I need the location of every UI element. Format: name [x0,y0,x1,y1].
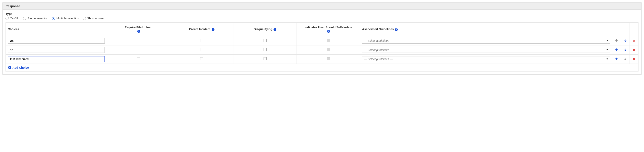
radio-icon [6,17,9,20]
create-incident-checkbox[interactable] [200,39,203,42]
disqualifying-checkbox[interactable] [264,57,266,60]
select-placeholder: --- Select guidelines --- [364,58,393,61]
require-upload-checkbox[interactable] [137,39,140,42]
panel-body: Type Yes/No Single selection Multiple se… [3,10,641,74]
col-move-up [612,22,621,36]
self-isolate-checkbox [327,39,330,42]
require-upload-checkbox[interactable] [137,48,140,51]
radio-icon [23,17,26,20]
table-row: --- Select guidelines --- [6,45,638,54]
panel-header: Response [3,3,641,10]
choice-input[interactable] [8,47,105,53]
add-choice-button[interactable]: +Add Choice [8,66,29,69]
radio-icon [52,17,55,20]
radio-label: Multiple selection [56,17,79,20]
guidelines-select[interactable]: --- Select guidelines --- [362,47,610,53]
chevron-down-icon [606,40,608,41]
add-choice-row: +Add Choice [6,64,638,71]
move-up-button [614,38,619,43]
col-disqualifying: Disqualifying ? [234,22,297,36]
add-choice-label: Add Choice [12,66,29,69]
help-icon[interactable]: ? [274,28,276,31]
col-require-upload: Require File Upload ? [107,22,170,36]
delete-row-button[interactable] [632,57,636,61]
col-self-isolate: Indicates User Should Self-Isolate ? [297,22,360,36]
select-placeholder: --- Select guidelines --- [364,48,393,52]
chevron-down-icon [606,49,608,50]
table-row: --- Select guidelines --- [6,54,638,64]
col-guidelines: Associated Guidelines ? [360,22,612,36]
disqualifying-checkbox[interactable] [264,39,266,42]
radio-icon [83,17,86,20]
radio-yesno[interactable]: Yes/No [6,17,19,20]
move-up-button[interactable] [614,57,619,61]
plus-icon: + [8,66,11,69]
help-icon[interactable]: ? [395,28,398,31]
radio-label: Short answer [87,17,104,20]
delete-row-button[interactable] [632,38,636,43]
delete-row-button[interactable] [632,48,636,52]
self-isolate-checkbox [327,48,330,51]
col-move-down [621,22,630,36]
type-label: Type [6,12,638,16]
radio-label: Single selection [28,17,48,20]
create-incident-checkbox[interactable] [200,57,203,60]
select-placeholder: --- Select guidelines --- [364,39,393,42]
col-choices: Choices [6,22,107,36]
help-icon[interactable]: ? [327,30,330,33]
table-row: --- Select guidelines --- [6,36,638,45]
response-panel: Response Type Yes/No Single selection Mu… [2,2,642,74]
type-radio-group: Yes/No Single selection Multiple selecti… [6,17,638,20]
move-down-button[interactable] [623,48,628,52]
disqualifying-checkbox[interactable] [264,48,266,51]
col-delete [630,22,638,36]
col-create-incident: Create Incident ? [170,22,234,36]
table-header-row: Choices Require File Upload ? Create Inc… [6,22,638,36]
radio-short[interactable]: Short answer [83,17,104,20]
radio-single[interactable]: Single selection [23,17,48,20]
move-down-button[interactable] [623,38,628,43]
help-icon[interactable]: ? [137,30,140,33]
chevron-down-icon [606,58,608,60]
choice-input[interactable] [8,38,105,44]
choices-table: Choices Require File Upload ? Create Inc… [6,22,638,72]
move-down-button [623,57,628,61]
guidelines-select[interactable]: --- Select guidelines --- [362,38,610,44]
create-incident-checkbox[interactable] [200,48,203,51]
move-up-button[interactable] [614,48,619,52]
panel-title: Response [6,4,20,8]
radio-label: Yes/No [10,17,19,20]
radio-multiple[interactable]: Multiple selection [52,17,79,20]
choice-input[interactable] [8,56,105,62]
require-upload-checkbox[interactable] [137,57,140,60]
help-icon[interactable]: ? [212,28,214,31]
self-isolate-checkbox [327,57,330,60]
guidelines-select[interactable]: --- Select guidelines --- [362,56,610,62]
